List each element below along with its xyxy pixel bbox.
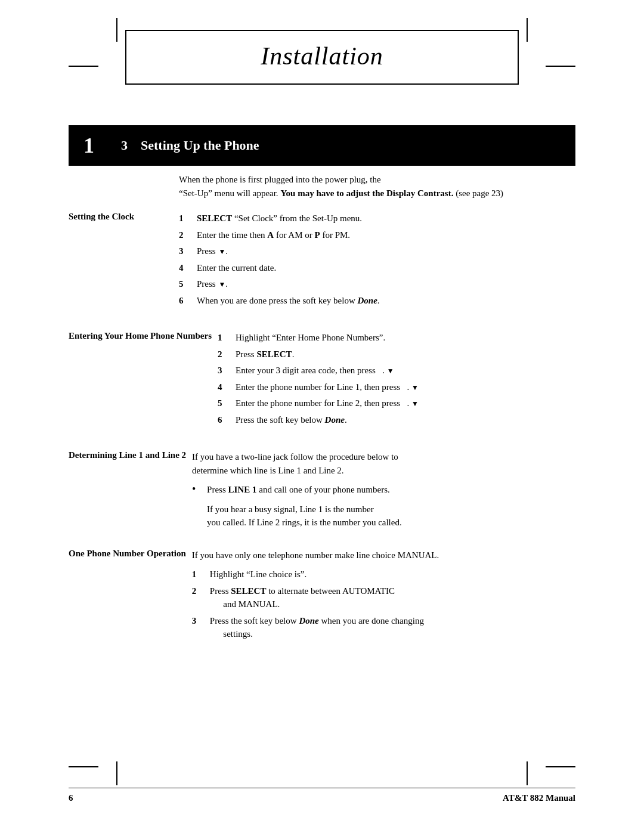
clock-item1-select: SELECT [197,213,232,223]
clock-item-6: 6 When you are done press the soft key b… [179,294,575,308]
one-phone-list: 1 Highlight “Line choice is”. 2 Press SE… [192,568,575,641]
enter-item-5: 5 Enter the phone number for Line 2, the… [218,397,575,410]
corner-mark-bl-h [69,766,98,767]
clock-item-2: 2 Enter the time then A for AM or P for … [179,228,575,242]
one-phone-section: One Phone Number Operation If you have o… [69,549,575,652]
determining-line-section: Determining Line 1 and Line 2 If you hav… [69,450,575,535]
enter-item-3: 3 Enter your 3 digit area code, then pre… [218,364,575,377]
setting-clock-section: Setting the Clock 1 SELECT “Set Clock” f… [69,212,575,318]
intro-text2: “Set-Up” menu will appear. [179,188,278,198]
clock-item-1: 1 SELECT “Set Clock” from the Set-Up men… [179,212,575,225]
setting-clock-list: 1 SELECT “Set Clock” from the Set-Up men… [179,212,575,307]
enter-item-4: 4 Enter the phone number for Line 1, the… [218,380,575,394]
entering-numbers-label-col: Entering Your Home Phone Numbers [69,331,218,437]
clock-item-5: 5 Press . [179,277,575,291]
down-arrow-icon-2 [218,279,225,290]
section-number: 1 [83,133,94,158]
entering-numbers-header-row: Entering Your Home Phone Numbers 1 Highl… [69,331,575,437]
setting-clock-label-col: Setting the Clock [69,212,179,318]
clock-item3-press: Press [197,246,218,256]
determining-line-header-row: Determining Line 1 and Line 2 If you hav… [69,450,575,535]
section-label: 3 [121,138,128,153]
corner-mark-tl-h [69,66,98,67]
determining-line-content: If you have a two-line jack follow the p… [192,450,575,535]
setting-clock-header-row: Setting the Clock 1 SELECT “Set Clock” f… [69,212,575,318]
intro-text4: Display Contrast. [386,188,454,198]
determining-line-bullets: • Press LINE 1 and call one of your phon… [192,483,575,497]
determining-line-indented: If you hear a busy signal, Line 1 is the… [207,503,575,529]
bullet-content-line1: Press LINE 1 and call one of your phone … [207,483,575,497]
intro-paragraph: When the phone is first plugged into the… [179,173,575,200]
section-header-text: 3 Setting Up the Phone [121,138,259,153]
corner-mark-bl-v [116,761,117,785]
enter-item-6: 6 Press the soft key below Done. [218,413,575,427]
section-header: 3 Setting Up the Phone [109,125,575,166]
title-box: Installation [125,30,519,85]
one-phone-item-1: 1 Highlight “Line choice is”. [192,568,575,581]
section-number-box: 1 [69,125,109,166]
down-arrow-icon-1 [218,246,225,257]
determining-line-intro: If you have a two-line jack follow the p… [192,450,575,477]
footer-manual-title: AT&T 882 Manual [503,793,575,803]
entering-numbers-content: 1 Highlight “Enter Home Phone Numbers”. … [218,331,575,437]
one-phone-content: If you have only one telephone number ma… [192,549,575,652]
main-content: When the phone is first plugged into the… [69,173,575,665]
entering-numbers-list: 1 Highlight “Enter Home Phone Numbers”. … [218,331,575,426]
one-phone-intro: If you have only one telephone number ma… [192,549,575,562]
enter-item-1: 1 Highlight “Enter Home Phone Numbers”. [218,331,575,345]
entering-numbers-section: Entering Your Home Phone Numbers 1 Highl… [69,331,575,437]
setting-clock-content: 1 SELECT “Set Clock” from the Set-Up men… [179,212,575,318]
corner-mark-br-h [546,766,575,767]
one-phone-header-row: One Phone Number Operation If you have o… [69,549,575,652]
page: Installation 1 3 Setting Up the Phone Wh… [0,0,644,833]
bullet-symbol: • [192,483,207,497]
corner-mark-br-v [527,761,528,785]
corner-mark-tr-v [527,18,528,42]
intro-text3: You may have to adjust the [280,188,384,198]
one-phone-header: One Phone Number Operation [69,549,186,558]
footer-page-number: 6 [69,793,73,803]
corner-mark-tl-v [116,18,117,42]
intro-text1: When the phone is first plugged into the… [179,175,381,184]
one-phone-item-3: 3 Press the soft key below Done when you… [192,614,575,641]
enter-item-2: 2 Press SELECT. [218,348,575,361]
clock-item-4: 4 Enter the current date. [179,261,575,275]
determining-line-header: Determining Line 1 and Line 2 [69,450,186,460]
clock-item1-text: “Set Clock” from the Set-Up menu. [234,213,362,223]
determining-line-label-col: Determining Line 1 and Line 2 [69,450,192,535]
setting-clock-header: Setting the Clock [69,212,134,221]
clock-item-3: 3 Press . [179,244,575,258]
page-title: Installation [261,42,383,70]
bullet-item-line1: • Press LINE 1 and call one of your phon… [192,483,575,497]
entering-numbers-header: Entering Your Home Phone Numbers [69,331,212,340]
one-phone-label-col: One Phone Number Operation [69,549,192,652]
section-title: Setting Up the Phone [141,138,259,153]
intro-text5: (see page 23) [456,188,503,198]
footer: 6 AT&T 882 Manual [69,788,575,803]
one-phone-item-2: 2 Press SELECT to alternate between AUTO… [192,584,575,611]
corner-mark-tr-h [546,66,575,67]
